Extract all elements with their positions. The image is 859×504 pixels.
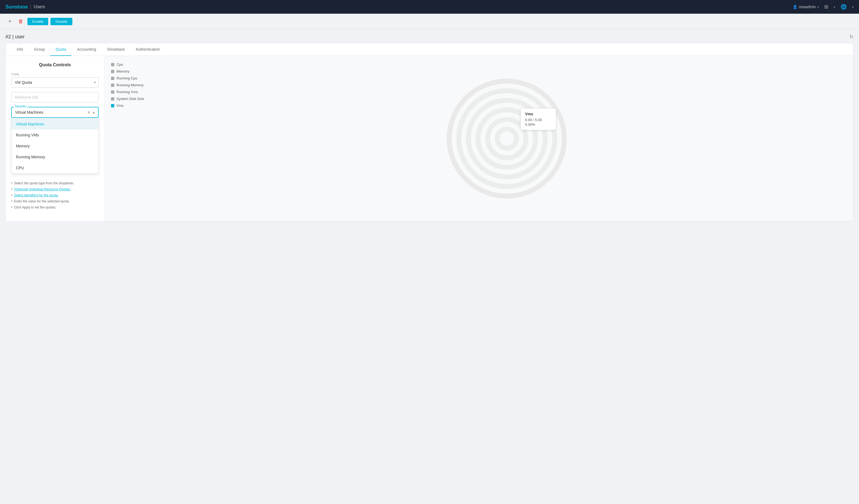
legend-item-running-memory: Running Memory (111, 83, 160, 87)
enable-button[interactable]: Enable (27, 18, 48, 25)
tab-accounting[interactable]: Accounting (72, 43, 102, 56)
legend-item-system-disk-size: System Disk Size (111, 97, 160, 101)
type-select-wrapper: VM Quota ▾ (11, 77, 99, 88)
svg-point-1 (459, 91, 555, 187)
header-separator: | (30, 4, 31, 10)
tooltip-value: 0.00 / 5.00 (525, 118, 552, 122)
toolbar: + 🗑 Enable Disable (0, 14, 859, 29)
legend-item-vms: Vms (111, 104, 160, 108)
instructions-list: Select the quota type from the dropdown.… (11, 178, 99, 215)
instruction-4: Enter the value for the selected quota. (11, 200, 99, 203)
quota-tab-content: Quota Controls Type VM Quota ▾ (6, 56, 853, 221)
instruction-2: (Optional) Individual Resource Quotas. (11, 187, 99, 191)
identifier-value: Virtual Machines (15, 110, 43, 114)
legend-dot-running-vms (111, 90, 114, 94)
tooltip-percentage: 0.00% (525, 123, 552, 127)
legend-item-running-cpu: Running Cpu (111, 76, 160, 80)
app-logo[interactable]: Sunstone (5, 4, 28, 10)
identifier-field-group: Identifier Virtual Machines ✕ ▲ Virtual … (11, 107, 99, 174)
identifier-clear-icon[interactable]: ✕ (87, 110, 90, 114)
tab-group[interactable]: Group (29, 43, 50, 56)
header-right: 👤 oneadmin ▾ ⊞ ▾ 🌐 ▾ (793, 4, 854, 10)
type-select[interactable]: VM Quota (12, 78, 99, 88)
legend-item-running-vms: Running Vms (111, 90, 160, 94)
legend: Cpu Memory Running Cpu Running Memory (111, 62, 160, 215)
legend-dot-vms (111, 104, 114, 107)
legend-item-memory: Memory (111, 69, 160, 74)
quota-controls-title: Quota Controls (11, 62, 99, 67)
quota-controls-panel: Quota Controls Type VM Quota ▾ (6, 56, 104, 221)
instruction-2-link[interactable]: (Optional) Individual Resource Quotas. (14, 187, 71, 191)
main-card: Info Group Quota Accounting Showback Aut… (5, 43, 854, 222)
quota-chart-panel: Cpu Memory Running Cpu Running Memory (104, 56, 853, 221)
instruction-3: Select identifiers for the quota. (11, 193, 99, 197)
page-content: #2 | user ↻ Info Group Quota Accounting … (0, 29, 859, 226)
legend-item-cpu: Cpu (111, 62, 160, 66)
delete-button[interactable]: 🗑 (16, 17, 25, 26)
legend-dot-system-disk (111, 97, 114, 100)
instruction-3-link[interactable]: Select identifiers for the quota. (14, 193, 58, 197)
concentric-chart (436, 67, 578, 210)
quota-chart-area: Vms 0.00 / 5.00 0.00% (167, 62, 847, 215)
identifier-input-box[interactable]: Virtual Machines ✕ ▲ (11, 107, 99, 118)
username-label: oneadmin (799, 5, 816, 9)
globe-chevron-icon: ▾ (852, 5, 854, 9)
legend-dot-memory (111, 70, 114, 73)
resource-ids-field-group (11, 92, 99, 103)
svg-point-5 (497, 129, 516, 148)
instruction-1: Select the quota type from the dropdown. (11, 181, 99, 185)
add-icon: + (9, 19, 12, 25)
refresh-icon[interactable]: ↻ (849, 34, 854, 40)
grid-chevron-icon: ▾ (834, 5, 835, 9)
user-menu[interactable]: 👤 oneadmin ▾ (793, 5, 819, 9)
user-chevron-icon: ▾ (817, 5, 819, 9)
add-button[interactable]: + (5, 17, 14, 26)
legend-dot-cpu (111, 63, 114, 66)
tab-bar: Info Group Quota Accounting Showback Aut… (6, 43, 853, 56)
tab-showback[interactable]: Showback (102, 43, 131, 56)
tab-authentication[interactable]: Authentication (130, 43, 166, 56)
tab-quota[interactable]: Quota (50, 43, 72, 56)
dropdown-item-running-memory[interactable]: Running Memory (12, 152, 99, 162)
legend-dot-running-memory (111, 83, 114, 87)
dropdown-item-cpu[interactable]: CPU (12, 162, 99, 173)
identifier-dropdown-list: Virtual Machines Running VMs Memory Runn… (11, 118, 99, 174)
tooltip-title: Vms (525, 112, 552, 116)
dropdown-item-running-vms[interactable]: Running VMs (12, 129, 99, 141)
user-icon: 👤 (793, 5, 797, 9)
identifier-icons: ✕ ▲ (87, 110, 95, 114)
dropdown-item-virtual-machines[interactable]: Virtual Machines (12, 119, 99, 129)
type-field-group: Type VM Quota ▾ (11, 73, 99, 88)
resource-ids-input[interactable] (11, 92, 99, 103)
disable-button[interactable]: Disable (50, 18, 72, 25)
grid-icon[interactable]: ⊞ (824, 4, 828, 10)
identifier-dropdown-icon[interactable]: ▲ (92, 110, 95, 114)
instruction-5: Click Apply to set the quotas. (11, 205, 99, 209)
tab-info[interactable]: Info (11, 43, 29, 56)
page-header: #2 | user ↻ (5, 34, 854, 40)
identifier-label: Identifier (14, 105, 28, 108)
dropdown-item-memory[interactable]: Memory (12, 141, 99, 152)
chart-tooltip: Vms 0.00 / 5.00 0.00% (521, 108, 556, 130)
header-section: Users (34, 4, 45, 9)
legend-dot-running-cpu (111, 77, 114, 80)
page-title: #2 | user (5, 34, 25, 40)
type-label: Type (11, 73, 99, 76)
header-left: Sunstone | Users (5, 4, 45, 10)
delete-icon: 🗑 (18, 19, 23, 25)
globe-icon[interactable]: 🌐 (841, 4, 847, 10)
app-header: Sunstone | Users 👤 oneadmin ▾ ⊞ ▾ 🌐 ▾ (0, 0, 859, 14)
